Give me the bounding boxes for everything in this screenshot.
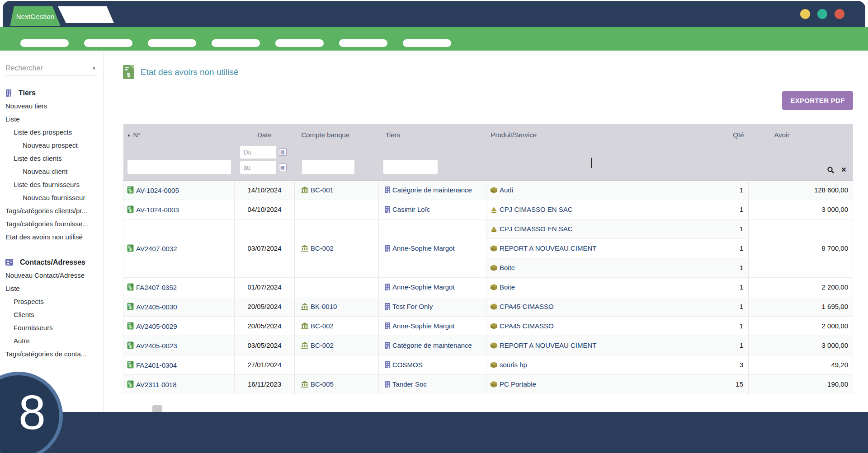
avoir-number-link[interactable]: FA2401-0304 <box>136 361 177 369</box>
avoir-number-link[interactable]: FA2407-0352 <box>136 284 177 291</box>
package-icon <box>491 265 497 271</box>
sidebar-item-clients[interactable]: Clients <box>0 308 104 321</box>
column-header-avoir[interactable]: Avoir <box>749 124 853 142</box>
avoir-amount-cell: 2 200,00 <box>749 277 853 297</box>
building-icon <box>384 303 390 310</box>
avoir-number-link[interactable]: AV2311-0018 <box>136 381 177 388</box>
avoir-number-link[interactable]: AV-1024-0003 <box>136 206 179 214</box>
menu-item-pill[interactable] <box>403 39 451 47</box>
product-link[interactable]: souris hp <box>500 361 527 369</box>
sidebar-item-liste-contacts[interactable]: Liste <box>0 282 104 295</box>
avoir-number-link[interactable]: AV-1024-0005 <box>136 187 179 194</box>
tiers-link[interactable]: Anne-Sophie Margot <box>392 322 455 330</box>
avoir-number-link[interactable]: AV2407-0032 <box>136 245 177 252</box>
filter-tiers-input[interactable] <box>383 160 438 174</box>
sidebar-item-nouveau-contact[interactable]: Nouveau Contact/Adresse <box>0 269 104 282</box>
avoir-number-link[interactable]: AV2405-0029 <box>136 322 177 330</box>
sort-ascending-icon: ▲ <box>127 133 131 137</box>
sidebar-section-contacts[interactable]: Contacts/Adresses <box>0 256 104 269</box>
sidebar-item-nouveau-fournisseur[interactable]: Nouveau fournisseur <box>0 191 104 204</box>
search-icon[interactable] <box>827 166 835 174</box>
bank-account-link[interactable]: BC-002 <box>311 244 334 252</box>
qty-cell: 1 <box>691 219 749 238</box>
filter-compte-banque-input[interactable] <box>302 160 354 174</box>
bank-account-link[interactable]: BC-005 <box>311 380 334 388</box>
column-header-no[interactable]: ▲N° <box>123 124 235 142</box>
tiers-link[interactable]: Casimir Loïc <box>392 205 430 213</box>
product-link[interactable]: REPORT A NOUVEAU CIMENT <box>500 244 597 252</box>
product-link[interactable]: REPORT A NOUVEAU CIMENT <box>500 341 597 349</box>
bank-account-link[interactable]: BC-001 <box>311 186 334 194</box>
column-header-qte[interactable]: Qté <box>691 124 749 142</box>
sidebar-section-tiers[interactable]: Tiers <box>0 86 104 99</box>
menu-item-pill[interactable] <box>84 39 132 47</box>
sidebar-item-tags-fournisseurs[interactable]: Tags/catégories fournisse... <box>0 217 104 230</box>
sidebar-item-liste-des-fournisseurs[interactable]: Liste des fournisseurs <box>0 178 104 191</box>
bank-account-link[interactable]: BC-002 <box>311 341 334 349</box>
avoir-number-link[interactable]: AV2405-0023 <box>136 342 177 350</box>
chevron-down-icon[interactable]: ▼ <box>92 66 96 71</box>
menu-item-pill[interactable] <box>212 39 260 47</box>
qty-cell: 1 <box>691 258 749 277</box>
filter-produit-text-cursor[interactable] <box>591 158 592 168</box>
sidebar-item-liste[interactable]: Liste <box>0 112 104 126</box>
avoir-amount-cell: 1 695,00 <box>749 297 853 316</box>
tiers-link[interactable]: Tander Soc <box>392 380 427 388</box>
tiers-link[interactable]: Catégorie de maintenance <box>392 341 472 349</box>
column-header-compte-banque[interactable]: Compte banque <box>295 124 379 142</box>
filter-date-from-input[interactable] <box>240 146 276 159</box>
tiers-link[interactable]: Anne-Sophie Margot <box>392 283 455 291</box>
bank-account-link[interactable]: BK-0010 <box>311 303 337 310</box>
brand-tab[interactable]: NextGestion <box>10 6 61 26</box>
tiers-link[interactable]: Test For Only <box>392 303 433 310</box>
bank-account-link[interactable]: BC-002 <box>311 322 334 330</box>
invoice-icon <box>127 283 134 291</box>
product-link[interactable]: CPJ CIMASSO EN SAC <box>500 225 573 233</box>
menu-item-pill[interactable] <box>148 39 196 47</box>
window-minimize-dot[interactable] <box>800 9 810 19</box>
bank-icon <box>301 381 308 388</box>
window-close-dot[interactable] <box>835 9 844 19</box>
product-link[interactable]: CPA45 CIMASSO <box>500 303 554 310</box>
column-header-date[interactable]: Date <box>235 124 295 142</box>
product-link[interactable]: Boite <box>500 264 515 271</box>
avoir-number-link[interactable]: AV2405-0030 <box>136 303 177 311</box>
menu-item-pill[interactable] <box>20 39 69 47</box>
filter-date-to-input[interactable] <box>240 161 276 174</box>
sidebar-item-tags-clients[interactable]: Tags/catégories clients/pr... <box>0 204 104 217</box>
calendar-icon[interactable]: ▦ <box>279 148 287 156</box>
tiers-link[interactable]: COSMOS <box>392 361 423 369</box>
sidebar-item-prospects[interactable]: Prospects <box>0 295 104 308</box>
product-link[interactable]: Audi <box>500 186 513 194</box>
invoice-icon <box>127 205 134 213</box>
date-cell: 16/11/2023 <box>235 374 295 394</box>
sidebar-item-nouveau-client[interactable]: Nouveau client <box>0 165 104 178</box>
sidebar-item-liste-des-prospects[interactable]: Liste des prospects <box>0 126 104 139</box>
mound-icon <box>491 207 497 213</box>
menu-item-pill[interactable] <box>339 39 387 47</box>
tiers-link[interactable]: Anne-Sophie Margot <box>392 244 455 252</box>
sidebar-item-etat-des-avoirs[interactable]: Etat des avoirs non utilisé <box>0 230 104 243</box>
sidebar-item-autre[interactable]: Autre <box>0 334 104 347</box>
filter-no-input[interactable] <box>127 160 231 174</box>
column-header-produit-service[interactable]: Produit/Service <box>486 124 691 142</box>
sidebar-item-nouveau-tiers[interactable]: Nouveau tiers <box>0 99 104 112</box>
menu-item-pill[interactable] <box>275 39 324 47</box>
sidebar-item-fournisseurs[interactable]: Fournisseurs <box>0 321 104 334</box>
column-header-tiers[interactable]: Tiers <box>379 124 486 142</box>
product-link[interactable]: CPA45 CIMASSO <box>500 322 554 330</box>
product-link[interactable]: PC Portable <box>500 380 536 388</box>
calendar-icon[interactable]: ▦ <box>279 163 287 171</box>
export-pdf-button[interactable]: EXPORTER PDF <box>782 91 853 110</box>
sidebar-item-nouveau-prospect[interactable]: Nouveau prospect <box>0 139 104 152</box>
tiers-link[interactable]: Catégorie de maintenance <box>392 186 472 194</box>
window-maximize-dot[interactable] <box>817 9 827 19</box>
sidebar-item-liste-des-clients[interactable]: Liste des clients <box>0 152 104 165</box>
product-link[interactable]: CPJ CIMASSO EN SAC <box>500 205 573 213</box>
building-icon <box>384 381 390 388</box>
avoir-amount-cell: 3 000,00 <box>749 200 853 219</box>
sidebar-item-tags-contacts[interactable]: Tags/catégories de conta... <box>0 347 104 360</box>
qty-cell: 1 <box>691 180 749 200</box>
product-link[interactable]: Boite <box>500 283 515 291</box>
search-input[interactable] <box>5 64 97 72</box>
